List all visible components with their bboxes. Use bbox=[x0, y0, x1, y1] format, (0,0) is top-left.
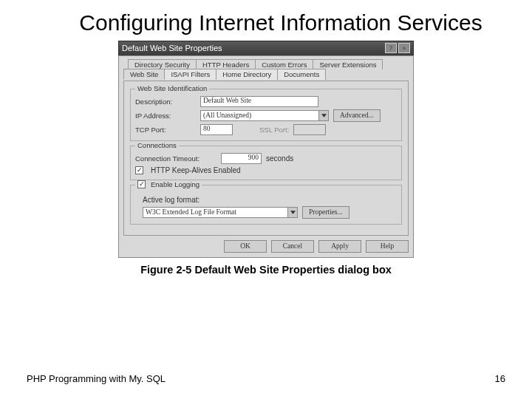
chevron-down-icon[interactable] bbox=[318, 111, 328, 120]
ok-button[interactable]: OK bbox=[224, 240, 267, 253]
apply-button[interactable]: Apply bbox=[318, 240, 361, 253]
slide-title: Configuring Internet Information Service… bbox=[59, 10, 502, 36]
tab-documents[interactable]: Documents bbox=[277, 69, 326, 80]
advanced-button[interactable]: Advanced... bbox=[333, 109, 381, 122]
keepalive-label: HTTP Keep-Alives Enabled bbox=[151, 166, 241, 174]
tcp-port-input[interactable]: 80 bbox=[200, 124, 233, 135]
tab-isapi-filters[interactable]: ISAPI Filters bbox=[164, 69, 216, 80]
description-input[interactable]: Default Web Site bbox=[200, 96, 318, 107]
enable-logging-checkbox[interactable] bbox=[137, 180, 146, 188]
properties-dialog: Default Web Site Properties ? × Director… bbox=[118, 41, 414, 258]
group-legend-conn: Connections bbox=[135, 141, 179, 149]
tab-custom-errors[interactable]: Custom Errors bbox=[255, 59, 313, 69]
keepalive-checkbox[interactable] bbox=[135, 166, 143, 174]
tab-server-extensions[interactable]: Server Extensions bbox=[313, 59, 383, 69]
cancel-button[interactable]: Cancel bbox=[271, 240, 314, 253]
description-label: Description: bbox=[135, 98, 196, 106]
enable-logging-label: Enable Logging bbox=[151, 180, 200, 188]
group-web-site-identification: Web Site Identification Description: Def… bbox=[130, 89, 402, 141]
ssl-port-label: SSL Port: bbox=[259, 126, 289, 134]
log-format-value: W3C Extended Log File Format bbox=[143, 208, 287, 216]
close-button[interactable]: × bbox=[398, 43, 410, 53]
log-format-combo[interactable]: W3C Extended Log File Format bbox=[143, 207, 298, 218]
ip-address-combo[interactable]: (All Unassigned) bbox=[200, 110, 329, 121]
figure-caption: Figure 2-5 Default Web Site Properties d… bbox=[0, 264, 532, 276]
log-format-label: Active log format: bbox=[143, 196, 397, 204]
tab-web-site[interactable]: Web Site bbox=[123, 69, 165, 80]
connection-timeout-input[interactable]: 900 bbox=[221, 153, 262, 164]
chevron-down-icon[interactable] bbox=[287, 208, 297, 217]
tcp-port-label: TCP Port: bbox=[135, 126, 196, 134]
window-title: Default Web Site Properties bbox=[122, 44, 383, 52]
help-button-bottom[interactable]: Help bbox=[366, 240, 409, 253]
connection-timeout-unit: seconds bbox=[266, 154, 293, 163]
ip-address-label: IP Address: bbox=[135, 112, 196, 120]
slide-footer: PHP Programming with My. SQL bbox=[27, 373, 166, 384]
connection-timeout-label: Connection Timeout: bbox=[135, 154, 216, 163]
ssl-port-input bbox=[293, 124, 326, 135]
titlebar[interactable]: Default Web Site Properties ? × bbox=[118, 41, 414, 55]
enable-logging-legend: Enable Logging bbox=[135, 180, 202, 188]
help-button[interactable]: ? bbox=[385, 43, 397, 53]
tab-strip: Directory Security HTTP Headers Custom E… bbox=[123, 59, 409, 81]
log-properties-button[interactable]: Properties... bbox=[302, 206, 349, 219]
ip-address-value: (All Unassigned) bbox=[201, 112, 318, 119]
dialog-button-row: OK Cancel Apply Help bbox=[123, 240, 409, 253]
group-connections: Connections Connection Timeout: 900 seco… bbox=[130, 146, 402, 180]
tab-directory-security[interactable]: Directory Security bbox=[128, 59, 197, 69]
group-logging: Enable Logging Active log format: W3C Ex… bbox=[130, 185, 402, 225]
slide-page-number: 16 bbox=[495, 373, 505, 384]
tab-home-directory[interactable]: Home Directory bbox=[216, 69, 278, 80]
tab-http-headers[interactable]: HTTP Headers bbox=[196, 59, 256, 69]
group-legend-ident: Web Site Identification bbox=[135, 84, 209, 92]
